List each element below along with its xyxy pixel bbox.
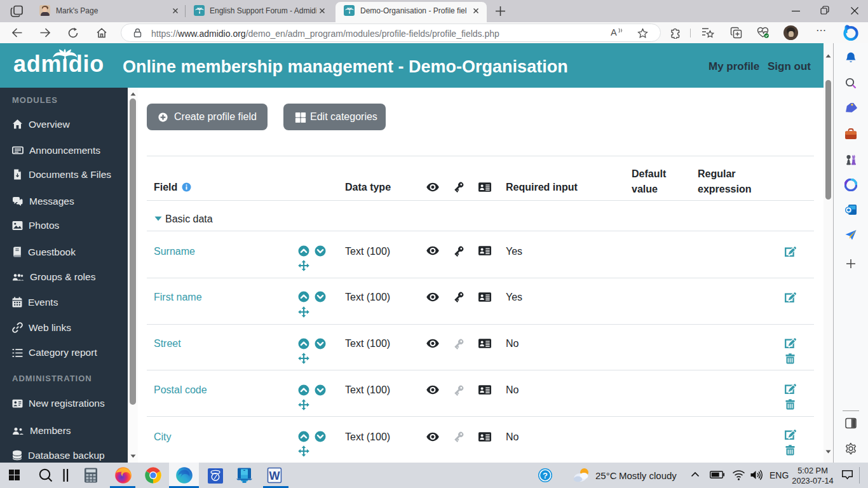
svg-text:?: ? (543, 471, 548, 480)
svg-text:W: W (269, 470, 280, 482)
